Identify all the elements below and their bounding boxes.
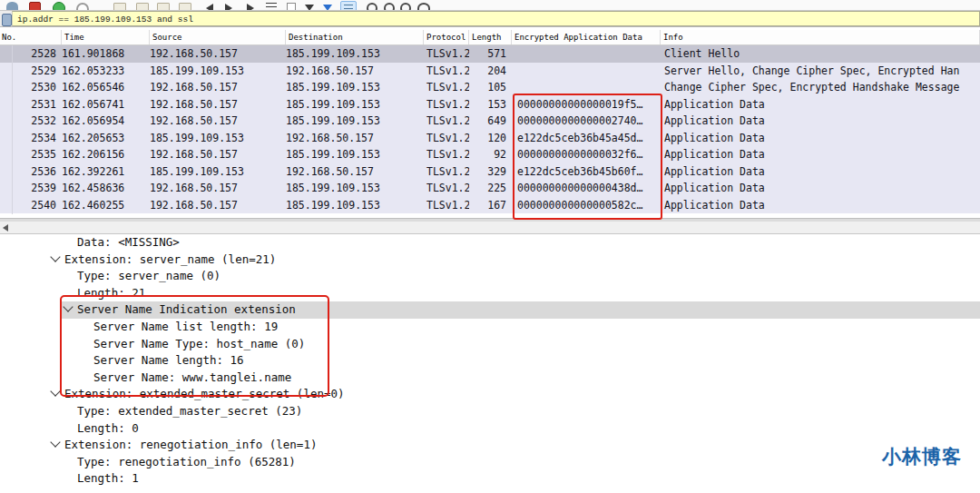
- column-header-length[interactable]: Length: [469, 30, 512, 44]
- stop-capture-icon[interactable]: [29, 2, 41, 10]
- table-row[interactable]: 2539162.458636 192.168.50.157185.199.109…: [0, 180, 980, 197]
- detail-line-selected[interactable]: Server Name Indication extension: [0, 301, 980, 319]
- table-row[interactable]: 2529162.053233 185.199.109.153192.168.50…: [0, 63, 980, 80]
- chevron-down-icon[interactable]: [63, 302, 73, 312]
- table-row[interactable]: 2532162.056954 192.168.50.157185.199.109…: [0, 113, 980, 130]
- table-row[interactable]: 2531162.056741 192.168.50.157185.199.109…: [0, 96, 980, 113]
- colorize-packets-icon[interactable]: [340, 1, 357, 10]
- packet-list: 2528161.901868 192.168.50.157185.199.109…: [0, 45, 980, 218]
- detail-line[interactable]: Server Name list length: 19: [0, 319, 980, 336]
- table-row[interactable]: 2536162.392261 185.199.109.153192.168.50…: [0, 163, 980, 181]
- detail-line[interactable]: Extension: server_name (len=21): [0, 251, 980, 269]
- detail-line[interactable]: Extension: renegotiation_info (len=1): [0, 437, 980, 454]
- go-forward-icon[interactable]: [225, 4, 232, 10]
- detail-line[interactable]: Type: server_name (0): [0, 268, 980, 285]
- detail-line[interactable]: Data: <MISSING>: [0, 234, 980, 251]
- zoom-out-icon[interactable]: [384, 3, 395, 10]
- start-capture-icon[interactable]: [53, 2, 65, 10]
- reload-file-icon[interactable]: [179, 3, 191, 10]
- column-header-encrypted-app-data[interactable]: Encrypted Application Data: [512, 30, 661, 44]
- horizontal-scrollbar[interactable]: [0, 222, 980, 234]
- column-header-time[interactable]: Time: [62, 30, 150, 44]
- chevron-down-icon[interactable]: [50, 387, 60, 397]
- save-file-icon[interactable]: [136, 3, 149, 10]
- watermark-text: 小林博客: [864, 444, 980, 469]
- table-row[interactable]: 2530162.056546 192.168.50.157185.199.109…: [0, 79, 980, 96]
- main-toolbar: [0, 0, 980, 10]
- close-file-icon[interactable]: [157, 3, 170, 10]
- detail-line[interactable]: Extension: extended_master_secret (len=0…: [0, 386, 980, 403]
- packet-details-pane: Data: <MISSING> Extension: server_name (…: [0, 234, 980, 493]
- column-header-no[interactable]: No.: [0, 30, 62, 44]
- column-header-destination[interactable]: Destination: [286, 30, 424, 44]
- detail-line[interactable]: Type: extended_master_secret (23): [0, 403, 980, 420]
- table-row[interactable]: 2540162.460255 192.168.50.157185.199.109…: [0, 197, 980, 214]
- table-row[interactable]: 2535162.206156 192.168.50.157185.199.109…: [0, 146, 980, 163]
- detail-line[interactable]: Type: renegotiation_info (65281): [0, 454, 980, 471]
- filter-bar: [0, 10, 980, 27]
- go-to-packet-icon[interactable]: [247, 4, 254, 10]
- table-row[interactable]: 2528161.901868 192.168.50.157185.199.109…: [0, 45, 980, 63]
- column-header-source[interactable]: Source: [150, 30, 286, 44]
- resize-columns-icon[interactable]: [417, 3, 430, 10]
- zoom-100-icon[interactable]: [400, 3, 411, 10]
- open-file-icon[interactable]: [113, 3, 126, 10]
- filter-bookmark-icon[interactable]: [2, 14, 12, 26]
- chevron-down-icon[interactable]: [50, 251, 60, 261]
- zoom-in-icon[interactable]: [367, 3, 377, 10]
- chevron-down-icon[interactable]: [50, 437, 60, 447]
- detail-line[interactable]: Server Name length: 16: [0, 352, 980, 370]
- scroll-left-icon[interactable]: [3, 224, 8, 232]
- detail-line[interactable]: Server Name: www.tanglei.name: [0, 370, 980, 387]
- display-filter-input[interactable]: [12, 11, 980, 26]
- table-row[interactable]: 2534162.205653 185.199.109.153192.168.50…: [0, 130, 980, 147]
- page-icon[interactable]: [287, 3, 296, 10]
- detail-line[interactable]: Server Name Type: host_name (0): [0, 336, 980, 353]
- list-icon[interactable]: [266, 3, 277, 10]
- detail-line[interactable]: Length: 1: [0, 470, 980, 488]
- go-back-icon[interactable]: [206, 4, 213, 10]
- capture-options-icon[interactable]: [6, 2, 18, 10]
- restart-capture-icon[interactable]: [76, 3, 89, 10]
- packet-list-header: No. Time Source Destination Protocol Len…: [0, 30, 980, 45]
- detail-line[interactable]: Length: 0: [0, 420, 980, 438]
- packet-list-gutter-line: [12, 45, 13, 214]
- detail-line[interactable]: Length: 21: [0, 285, 980, 302]
- column-header-protocol[interactable]: Protocol: [424, 30, 469, 44]
- column-header-info[interactable]: Info: [661, 30, 980, 44]
